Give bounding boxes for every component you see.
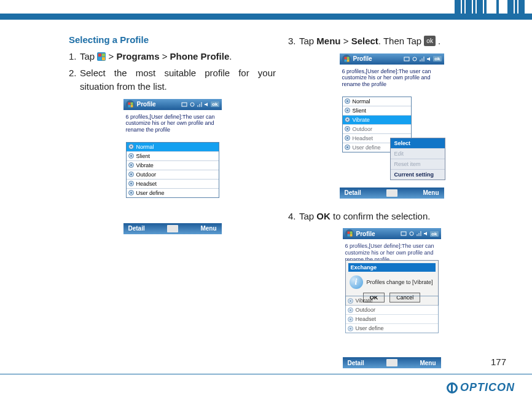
list-item: User define (346, 323, 438, 333)
section-heading: Selecting a Profile (69, 34, 276, 45)
signal-icon (197, 101, 202, 108)
radio-icon (409, 231, 415, 237)
wm-tray: ok (401, 231, 438, 237)
radio-icon (189, 101, 195, 108)
svg-rect-0 (182, 103, 187, 106)
list-item: Normal (343, 97, 411, 106)
profile-icon (345, 108, 350, 113)
connection-icon (404, 56, 410, 62)
wm-titlebar: Profile ok (123, 99, 222, 110)
context-menu: Select Edit Reset item Current setting (390, 138, 445, 180)
keyboard-icon (167, 225, 178, 232)
ok-chip-icon: ok (424, 36, 436, 46)
radio-icon (412, 56, 418, 62)
keyboard-icon (386, 359, 397, 366)
screenshot-profile-dialog: Profile ok 6 profiles,[User define]:The … (343, 228, 441, 368)
profile-icon (345, 98, 350, 104)
list-item: Slient (127, 151, 219, 160)
softkey-detail: Detail (128, 225, 145, 232)
start-icon (342, 55, 351, 63)
connection-icon (181, 101, 187, 108)
profile-icon (128, 190, 134, 196)
wm-ok-button: ok (433, 56, 441, 61)
profile-icon (345, 126, 350, 132)
svg-rect-2 (404, 57, 409, 61)
list-item: Headset (127, 179, 219, 188)
list-item: User define (127, 188, 219, 197)
profile-icon (345, 144, 350, 150)
profile-icon (348, 317, 353, 322)
profile-icon (128, 172, 134, 177)
volume-icon (423, 231, 428, 237)
list-item: Vibrate (343, 115, 411, 124)
svg-point-1 (190, 103, 194, 106)
svg-point-3 (413, 57, 417, 61)
volume-icon (204, 101, 209, 108)
wm-titlebar: Profile ok (340, 53, 444, 65)
svg-point-5 (410, 232, 413, 235)
profile-icon (348, 307, 353, 313)
list-item: Slient (343, 106, 411, 115)
start-icon (345, 229, 354, 238)
wm-softkey-bar: Detail Menu (340, 188, 444, 199)
list-item: Headset (346, 314, 438, 323)
step-3: 3. Tap Menu > Select. Then Tap ok . (288, 34, 495, 49)
dialog-message: Profiles change to [Vibrate] (367, 279, 433, 285)
footer-rule (0, 374, 532, 374)
softkey-detail: Detail (348, 360, 364, 366)
profile-icon (348, 326, 353, 331)
list-item: Outdoor (127, 170, 219, 179)
wm-description: 6 profiles,[User define]:The user can cu… (342, 68, 442, 88)
wm-titlebar: Profile ok (343, 228, 441, 239)
profile-icon (128, 144, 134, 149)
signal-icon (420, 56, 424, 62)
profile-icon (345, 117, 350, 122)
profile-icon (128, 162, 134, 168)
list-item: Vibrate (346, 296, 438, 305)
menu-item-current: Current setting (391, 170, 445, 180)
step-1: 1. Tap > Programs > Phone Profile. (69, 50, 276, 64)
profile-icon (348, 298, 353, 304)
list-item: Vibrate (127, 160, 219, 170)
menu-item-edit: Edit (391, 149, 445, 159)
signal-icon (417, 231, 421, 237)
menu-item-select: Select (391, 138, 445, 149)
menu-item-reset: Reset item (391, 159, 445, 170)
profile-icon (128, 181, 134, 186)
softkey-detail: Detail (345, 189, 361, 196)
screenshot-profile-menu: Profile ok 6 profiles,[User define]:The … (340, 53, 444, 199)
keyboard-icon (386, 189, 397, 197)
windows-icon (97, 52, 106, 61)
volume-icon (426, 56, 431, 62)
wm-description: 6 profiles,[User define]:The user can cu… (126, 114, 219, 133)
profile-list: Normal Slient Vibrate Outdoor Headset Us… (126, 142, 219, 198)
profile-list: Vibrate Outdoor Headset User define (345, 296, 439, 333)
wm-softkey-bar: Detail Menu (343, 357, 441, 368)
connection-icon (401, 231, 407, 237)
screenshot-profile-normal: Profile ok 6 profiles,[User define]:The … (123, 99, 222, 234)
softkey-menu: Menu (423, 189, 439, 196)
profile-icon (128, 153, 134, 159)
page-number: 177 (491, 357, 506, 367)
wm-ok-button: ok (430, 231, 438, 237)
svg-rect-4 (401, 232, 406, 235)
step-2: 2. Select the most suitable profile for … (69, 66, 276, 94)
step-4: 4. Tap OK to confirm the selection. (288, 210, 495, 224)
brand-logo: OPTICON (447, 381, 515, 394)
brand-icon (447, 382, 458, 393)
wm-ok-button: ok (211, 101, 219, 107)
info-icon (350, 275, 363, 289)
list-item: Outdoor (346, 305, 438, 314)
wm-softkey-bar: Detail Menu (123, 223, 222, 234)
softkey-menu: Menu (200, 225, 216, 232)
wm-tray: ok (404, 56, 441, 62)
dialog-title: Exchange (348, 263, 436, 272)
softkey-menu: Menu (420, 360, 436, 366)
header-stripes (402, 0, 525, 17)
list-item: Normal (127, 143, 219, 151)
list-item: Outdoor (343, 124, 411, 133)
start-icon (126, 100, 135, 109)
profile-icon (345, 135, 350, 141)
wm-tray: ok (181, 101, 219, 108)
